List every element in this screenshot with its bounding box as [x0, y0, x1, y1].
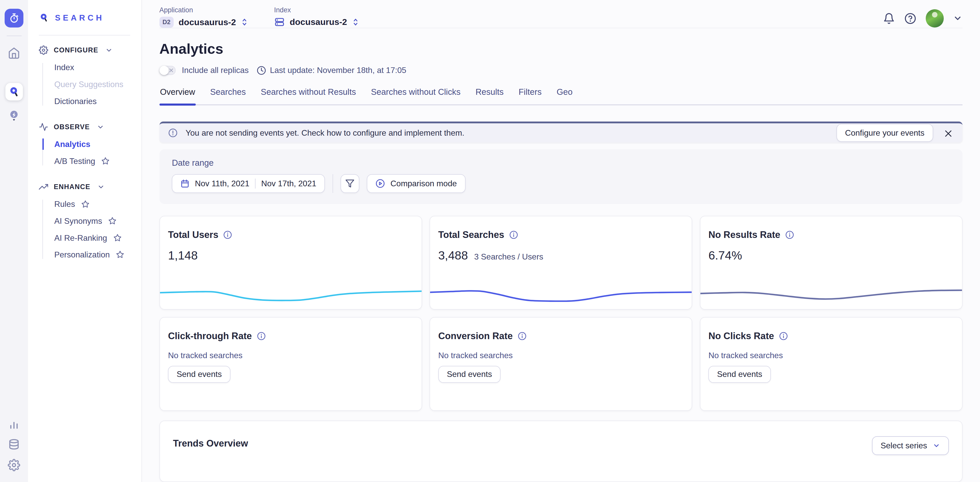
filter-button[interactable] [340, 174, 360, 193]
search-logo-icon [39, 13, 49, 23]
topbar-right [883, 9, 963, 27]
star-icon[interactable] [101, 157, 110, 165]
include-replicas-toggle[interactable] [159, 66, 176, 75]
main-content: Application D2 docusaurus-2 Index docusa… [142, 0, 980, 482]
sidebar-item-analytics[interactable]: Analytics [54, 140, 142, 149]
application-value: docusaurus-2 [178, 17, 236, 27]
section-observe[interactable]: OBSERVE [39, 122, 142, 132]
tab-geo[interactable]: Geo [556, 84, 573, 104]
no-results-rate-card: No Results Rate 6.74% [700, 216, 963, 309]
calendar-icon [181, 179, 189, 188]
section-enhance[interactable]: ENHANCE [39, 182, 142, 192]
sidebar-item-personalization[interactable]: Personalization [54, 250, 142, 259]
banner-message: You are not sending events yet. Check ho… [186, 128, 465, 138]
total-searches-card: Total Searches 3,488 3 Searches / Users [430, 216, 692, 309]
comparison-mode-button[interactable]: Comparison mode [367, 174, 465, 193]
recommend-lightbulb-icon[interactable] [5, 106, 24, 125]
section-configure-label: CONFIGURE [54, 46, 98, 54]
info-icon[interactable] [785, 230, 794, 239]
date-range-picker[interactable]: Nov 11th, 2021 Nov 17th, 2021 [172, 174, 325, 193]
total-searches-sparkline [430, 271, 692, 304]
star-icon[interactable] [108, 217, 116, 225]
card-title: Conversion Rate [438, 331, 513, 341]
play-circle-icon [375, 179, 385, 188]
sidebar-item-ai-synonyms[interactable]: AI Synonyms [54, 217, 142, 225]
index-server-icon [274, 17, 285, 27]
application-selector[interactable]: Application D2 docusaurus-2 [159, 6, 248, 27]
search-product-icon[interactable] [5, 83, 23, 100]
index-label: Index [274, 6, 359, 14]
send-events-button[interactable]: Send events [438, 366, 501, 382]
sort-chevrons-icon [352, 18, 359, 27]
send-events-button[interactable]: Send events [168, 366, 231, 382]
empty-message: No tracked searches [168, 351, 422, 360]
tab-overview[interactable]: Overview [159, 84, 196, 104]
settings-gear-icon[interactable] [5, 456, 24, 474]
sidebar-item-index[interactable]: Index [54, 63, 142, 72]
date-range-label: Date range [172, 158, 950, 168]
tab-results[interactable]: Results [475, 84, 504, 104]
kpi-value: 3,488 [438, 249, 468, 262]
app-switcher-stopwatch-icon[interactable] [5, 9, 24, 27]
configure-events-button[interactable]: Configure your events [837, 124, 933, 142]
click-through-rate-card: Click-through Rate No tracked searches S… [159, 317, 422, 411]
configure-items: Index Query Suggestions Dictionaries [43, 63, 141, 105]
events-banner: You are not sending events yet. Check ho… [159, 122, 963, 143]
search-logo[interactable]: SEARCH [39, 13, 142, 23]
card-title: Total Users [168, 230, 218, 240]
account-chevron-down-icon[interactable] [953, 14, 962, 23]
star-icon[interactable] [81, 200, 89, 208]
configure-gear-icon [39, 46, 48, 55]
notifications-bell-icon[interactable] [883, 13, 895, 24]
sidebar-item-ab-testing[interactable]: A/B Testing [54, 157, 142, 165]
tab-searches-without-results[interactable]: Searches without Results [260, 84, 356, 104]
chevron-down-icon [97, 183, 105, 191]
info-icon[interactable] [257, 332, 266, 341]
rail-bottom-group [5, 413, 24, 482]
monitoring-bar-chart-icon[interactable] [5, 414, 24, 433]
sidebar: SEARCH CONFIGURE Index Query Suggestions… [28, 0, 142, 482]
tab-searches[interactable]: Searches [210, 84, 247, 104]
comparison-mode-label: Comparison mode [390, 179, 457, 188]
home-icon[interactable] [5, 44, 24, 62]
funnel-icon [345, 179, 355, 188]
date-range-start: Nov 11th, 2021 [195, 179, 250, 188]
analytics-tabs: Overview Searches Searches without Resul… [159, 84, 963, 105]
application-badge: D2 [159, 17, 173, 28]
sort-chevrons-icon [241, 18, 248, 27]
controls-divider [332, 174, 333, 193]
info-icon[interactable] [779, 332, 788, 341]
tab-filters[interactable]: Filters [518, 84, 542, 104]
user-avatar[interactable] [926, 9, 944, 27]
kpi-detail: 3 Searches / Users [474, 252, 543, 262]
close-icon[interactable] [944, 130, 953, 138]
section-configure[interactable]: CONFIGURE [39, 46, 142, 55]
kpi-value: 1,148 [168, 249, 198, 262]
index-selector[interactable]: Index docusaurus-2 [274, 6, 359, 27]
info-icon[interactable] [518, 332, 527, 341]
toggle-knob [159, 66, 169, 75]
info-icon[interactable] [509, 230, 518, 239]
index-value: docusaurus-2 [290, 17, 347, 27]
meta-row: Include all replicas Last update: Novemb… [159, 65, 963, 75]
last-update-text: Last update: November 18th, at 17:05 [270, 65, 406, 75]
sidebar-item-query-suggestions[interactable]: Query Suggestions [54, 80, 142, 89]
sidebar-item-dictionaries[interactable]: Dictionaries [54, 97, 142, 106]
help-icon[interactable] [904, 13, 916, 24]
sidebar-item-ai-re-ranking[interactable]: AI Re-Ranking [54, 233, 142, 242]
send-events-button[interactable]: Send events [708, 366, 771, 382]
info-icon[interactable] [223, 230, 232, 239]
star-icon[interactable] [113, 234, 122, 242]
date-separator [255, 179, 255, 189]
total-users-sparkline [160, 271, 422, 304]
tab-searches-without-clicks[interactable]: Searches without Clicks [371, 84, 461, 104]
chevron-down-icon [933, 442, 940, 449]
alert-circle-icon [168, 128, 178, 138]
data-database-icon[interactable] [5, 435, 24, 454]
date-range-panel: Date range Nov 11th, 2021 Nov 17th, 2021… [159, 149, 963, 204]
sidebar-item-rules[interactable]: Rules [54, 200, 142, 208]
enhance-trending-up-icon [39, 182, 48, 192]
select-series-dropdown[interactable]: Select series [872, 436, 949, 455]
trends-title: Trends Overview [173, 438, 248, 449]
star-icon[interactable] [116, 251, 124, 259]
